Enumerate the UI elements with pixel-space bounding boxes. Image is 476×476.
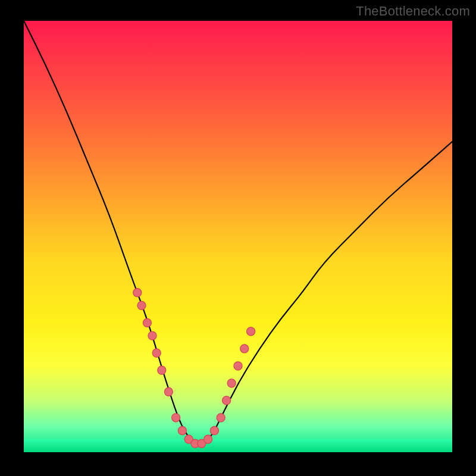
watermark-text: TheBottleneck.com <box>356 4 470 19</box>
data-point <box>223 396 231 405</box>
data-point <box>172 414 180 422</box>
data-point <box>210 427 218 435</box>
data-point <box>247 327 255 336</box>
data-point <box>143 319 151 327</box>
bottleneck-chart <box>24 21 452 452</box>
data-point <box>234 362 242 370</box>
data-point <box>133 289 142 297</box>
bottleneck-curve <box>24 21 452 444</box>
data-point <box>178 427 186 435</box>
data-point <box>158 366 166 374</box>
data-point <box>152 349 161 357</box>
data-point <box>217 414 225 422</box>
data-point <box>204 435 212 443</box>
data-point <box>227 379 236 387</box>
data-point <box>164 388 173 396</box>
data-point <box>148 331 156 340</box>
data-point <box>137 302 146 310</box>
highlighted-points <box>133 289 255 448</box>
data-point <box>240 345 249 353</box>
chart-frame <box>24 21 452 452</box>
